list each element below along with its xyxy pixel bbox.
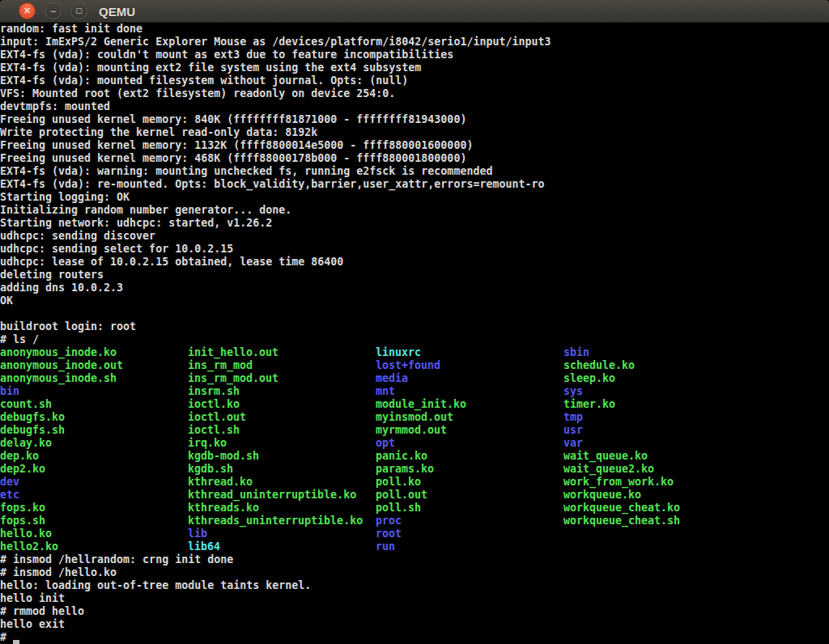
log-line: random: fast init done (0, 23, 829, 36)
file-entry: etc (0, 489, 188, 502)
ls-row: dep.kokgdb-mod.shpanic.kowait_queue.ko (0, 450, 829, 463)
log-line: hello init (0, 592, 829, 605)
log-line: Starting network: udhcpc: started, v1.26… (0, 217, 829, 230)
file-entry: kthreads.ko (188, 502, 376, 515)
file-entry: ioctl.out (188, 411, 376, 424)
file-entry: var (563, 437, 751, 450)
ls-row: count.shioctl.komodule_init.kotimer.ko (0, 398, 829, 411)
boot-log: random: fast init doneinput: ImExPS/2 Ge… (0, 23, 829, 346)
file-entry: lib (188, 527, 376, 540)
log-line: EXT4-fs (vda): warning: mounting uncheck… (0, 165, 829, 178)
log-line: Freeing unused kernel memory: 1132K (fff… (0, 139, 829, 152)
close-icon: ✕ (23, 6, 31, 15)
log-line: Starting logging: OK (0, 191, 829, 204)
file-entry: workqueue.ko (563, 489, 751, 502)
file-entry: debugfs.ko (0, 411, 188, 424)
file-entry: delay.ko (0, 437, 188, 450)
shell-prompt: # (0, 631, 13, 643)
ls-row: fops.shkthreads_uninterruptible.koprocwo… (0, 515, 829, 527)
file-entry: workqueue_cheat.sh (563, 515, 751, 527)
file-entry: kthreads_uninterruptible.ko (188, 515, 376, 527)
log-line: # insmod /hello.ko (0, 566, 829, 579)
file-entry: kgdb.sh (188, 463, 376, 476)
log-line: EXT4-fs (vda): couldn't mount as ext3 du… (0, 49, 829, 61)
log-line (0, 307, 829, 320)
file-entry: schedule.ko (563, 359, 751, 372)
ls-row: devkthread.kopoll.kowork_from_work.ko (0, 476, 829, 489)
file-entry: sbin (563, 346, 751, 359)
ls-row: debugfs.shioctl.shmyrmmod.outusr (0, 424, 829, 437)
file-entry: irq.ko (188, 437, 376, 450)
log-line: Initializing random number generator... … (0, 204, 829, 217)
file-entry: params.ko (376, 463, 563, 476)
ls-row: hello.kolibroot (0, 527, 829, 540)
file-entry: wait_queue.ko (563, 450, 751, 463)
ls-row: delay.koirq.kooptvar (0, 437, 829, 450)
file-entry: sys (563, 385, 751, 398)
file-entry: timer.ko (563, 398, 751, 411)
close-button[interactable]: ✕ (19, 2, 36, 19)
file-entry: wait_queue2.ko (563, 463, 751, 476)
log-line: # ls / (0, 333, 829, 346)
window-title: QEMU (99, 0, 135, 23)
file-entry: kthread_uninterruptible.ko (188, 489, 376, 502)
log-line: devtmpfs: mounted (0, 100, 829, 113)
ls-row: dep2.kokgdb.shparams.kowait_queue2.ko (0, 463, 829, 476)
file-entry: kthread.ko (188, 476, 376, 489)
prompt-line: # (0, 631, 829, 644)
minimize-button[interactable]: − (45, 2, 62, 19)
file-entry: anonymous_inode.sh (0, 372, 188, 385)
file-entry: linuxrc (376, 346, 563, 359)
file-entry: kgdb-mod.sh (188, 450, 376, 463)
ls-row: bininsrm.shmntsys (0, 385, 829, 398)
log-line: Freeing unused kernel memory: 840K (ffff… (0, 113, 829, 126)
log-line: deleting routers (0, 269, 829, 282)
file-entry: debugfs.sh (0, 424, 188, 437)
log-line: # insmod /hellrandom: crng init done (0, 553, 829, 566)
file-entry: lost+found (376, 359, 563, 372)
file-entry: ins_rm_mod.out (188, 372, 376, 385)
file-entry: hello.ko (0, 527, 188, 540)
file-entry: sleep.ko (563, 372, 751, 385)
log-line: buildroot login: root (0, 320, 829, 333)
file-entry (563, 540, 751, 553)
file-entry: proc (376, 515, 563, 527)
text-cursor (13, 631, 19, 644)
log-line: Write protecting the kernel read-only da… (0, 126, 829, 139)
minimize-icon: − (50, 6, 56, 16)
ls-row: anonymous_inode.koinit_hello.outlinuxrcs… (0, 346, 829, 359)
file-entry: init_hello.out (188, 346, 376, 359)
file-entry: myinsmod.out (376, 411, 563, 424)
file-entry: ins_rm_mod (188, 359, 376, 372)
file-entry: insrm.sh (188, 385, 376, 398)
log-line: EXT4-fs (vda): mounting ext2 file system… (0, 61, 829, 74)
maximize-button[interactable]: ▢ (70, 2, 87, 19)
file-entry: fops.sh (0, 515, 188, 527)
titlebar[interactable]: ✕ − ▢ QEMU (0, 0, 829, 23)
ls-row: debugfs.koioctl.outmyinsmod.outtmp (0, 411, 829, 424)
log-line: Freeing unused kernel memory: 468K (ffff… (0, 152, 829, 165)
log-line: # rmmod hello (0, 605, 829, 618)
file-entry: tmp (563, 411, 751, 424)
ls-row: anonymous_inode.outins_rm_modlost+founds… (0, 359, 829, 372)
terminal-screen[interactable]: random: fast init doneinput: ImExPS/2 Ge… (0, 23, 829, 644)
file-entry: module_init.ko (376, 398, 563, 411)
file-entry: poll.out (376, 489, 563, 502)
file-entry: dev (0, 476, 188, 489)
file-entry: ioctl.ko (188, 398, 376, 411)
log-line: VFS: Mounted root (ext2 filesystem) read… (0, 87, 829, 100)
ls-row: fops.kokthreads.kopoll.shworkqueue_cheat… (0, 502, 829, 515)
ls-row: etckthread_uninterruptible.kopoll.outwor… (0, 489, 829, 502)
file-entry: lib64 (188, 540, 376, 553)
file-entry: bin (0, 385, 188, 398)
file-entry: fops.ko (0, 502, 188, 515)
log-line: OK (0, 294, 829, 307)
log-line: EXT4-fs (vda): re-mounted. Opts: block_v… (0, 178, 829, 191)
file-entry: poll.ko (376, 476, 563, 489)
log-line: hello exit (0, 618, 829, 631)
log-line: udhcpc: sending select for 10.0.2.15 (0, 243, 829, 256)
post-log: # insmod /hellrandom: crng init done# in… (0, 553, 829, 631)
file-entry (563, 527, 751, 540)
file-entry: mnt (376, 385, 563, 398)
file-entry: opt (376, 437, 563, 450)
